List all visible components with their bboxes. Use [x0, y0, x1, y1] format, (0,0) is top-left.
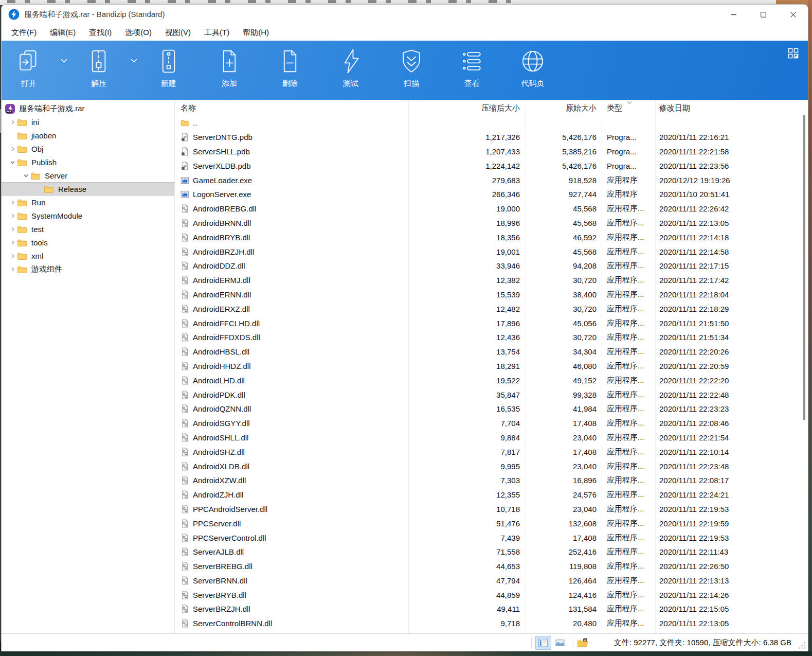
chevron-right-icon[interactable] [8, 146, 17, 152]
file-row[interactable]: ServerXLDB.pdb1,224,1425,426,176Progra..… [175, 158, 808, 173]
file-row[interactable]: AndroidBRZJH.dll19,00145,568应用程序...2020/… [175, 244, 808, 259]
column-header-modified-date[interactable]: 修改日期 [655, 103, 808, 113]
chevron-right-icon[interactable] [8, 200, 17, 205]
file-row[interactable]: LogonServer.exe266,346927,744应用程序2020/11… [175, 187, 808, 202]
file-row[interactable]: ServerBRNN.dll47,794126,464应用程序...2020/1… [175, 574, 808, 588]
tree-item-run[interactable]: Run [2, 196, 174, 209]
menu-item[interactable]: 视图(V) [158, 26, 197, 40]
file-row[interactable]: AndroidERNN.dll15,53938,400应用程序...2020/1… [175, 288, 808, 302]
original-size-cell: 126,464 [526, 576, 602, 585]
file-row[interactable]: AndroidLHD.dll19,52249,152应用程序...2020/11… [175, 373, 808, 387]
file-row[interactable]: AndroidQZNN.dll16,53541,984应用程序...2020/1… [175, 402, 808, 416]
thumbnail-view-button[interactable] [552, 636, 568, 650]
original-size-cell: 45,568 [526, 204, 602, 213]
toolbar-button-codepage[interactable]: 代码页 [509, 47, 557, 88]
toolbar-button-delete[interactable]: 删除 [266, 47, 314, 88]
chevron-down-icon[interactable] [22, 173, 30, 179]
file-row[interactable]: AndroidFFDXDS.dll12,43630,720应用程序...2020… [175, 330, 808, 345]
file-row[interactable]: AndroidBRNN.dll18,99645,568应用程序...2020/1… [175, 216, 808, 231]
packed-size-cell: 7,704 [408, 419, 526, 428]
column-header-original-size[interactable]: 原始大小 [526, 103, 602, 113]
file-row[interactable]: AndroidHHDZ.dll18,29146,080应用程序...2020/1… [175, 359, 808, 374]
file-row[interactable]: AndroidSHZ.dll7,81717,408应用程序...2020/11/… [175, 445, 808, 459]
file-row[interactable]: ServerBREBG.dll44,653119,808应用程序...2020/… [175, 559, 808, 574]
tree-item-server[interactable]: Server [2, 169, 174, 182]
file-row[interactable]: ServerSHLL.pdb1,207,4335,385,216Progra..… [175, 145, 808, 159]
chevron-right-icon[interactable] [8, 119, 17, 125]
tree-item-xml[interactable]: xml [2, 249, 174, 262]
file-row[interactable]: AndroidSGYY.dll7,70417,408应用程序...2020/11… [175, 416, 808, 431]
tree-item-ini[interactable]: ini [2, 115, 174, 129]
close-button[interactable] [778, 5, 808, 24]
dll-file-icon [181, 204, 189, 213]
file-row[interactable]: AndroidDDZ.dll33,94694,208应用程序...2020/11… [175, 259, 808, 273]
tree-item-test[interactable]: test [2, 222, 174, 236]
resize-grip[interactable] [798, 642, 806, 649]
toolbar-button-open[interactable]: 打开 [5, 47, 53, 88]
file-row[interactable]: .. [175, 116, 808, 130]
file-row[interactable]: ServerBRYB.dll44,859124,416应用程序...2020/1… [175, 588, 808, 602]
folder-icon [17, 238, 30, 247]
tree-item-release[interactable]: Release [2, 182, 174, 196]
file-row[interactable]: ServerControlBRNN.dll9,71820,480应用程序...2… [175, 616, 808, 631]
toolbar-button-scan[interactable]: 扫描 [387, 47, 436, 88]
file-row[interactable]: ServerBRZJH.dll49,411131,584应用程序...2020/… [175, 602, 808, 616]
file-row[interactable]: PPCServer.dll51,476132,608应用程序...2020/11… [175, 516, 808, 530]
menu-item[interactable]: 帮助(H) [236, 26, 276, 40]
original-size-cell: 34,304 [526, 347, 602, 356]
file-row[interactable]: AndroidPDK.dll35,84799,328应用程序...2020/11… [175, 387, 808, 402]
dll-file-icon [181, 505, 189, 513]
file-row[interactable]: AndroidXLDB.dll9,99523,040应用程序...2020/11… [175, 459, 808, 473]
chevron-down-icon[interactable] [8, 159, 17, 165]
toolbar-button-add[interactable]: 添加 [205, 47, 254, 88]
tree-item-publish[interactable]: Publish [2, 155, 174, 169]
maximize-button[interactable] [748, 5, 778, 24]
file-row[interactable]: AndroidSHLL.dll9,88423,040应用程序...2020/11… [175, 431, 808, 445]
tree-item-tools[interactable]: tools [2, 236, 174, 249]
tree-item-systemmodule[interactable]: SystemModule [2, 209, 174, 222]
file-row[interactable]: PPCAndroidServer.dll10,71823,040应用程序...2… [175, 502, 808, 517]
vertical-scrollbar-thumb[interactable] [803, 115, 805, 420]
menu-item[interactable]: 查找(I) [82, 26, 118, 40]
minimize-button[interactable] [718, 5, 748, 24]
file-row[interactable]: AndroidERXZ.dll12,48230,720应用程序...2020/1… [175, 302, 808, 316]
menu-item[interactable]: 编辑(E) [43, 26, 82, 40]
chevron-down-icon[interactable] [61, 59, 67, 63]
chevron-right-icon[interactable] [8, 240, 17, 245]
column-header-name[interactable]: 名称 [175, 103, 408, 113]
toolbar-button-extract[interactable]: 解压 [75, 47, 123, 88]
tree-item-jiaoben[interactable]: jiaoben [2, 129, 174, 142]
toolbar-button-view[interactable]: 查看 [448, 47, 496, 88]
chevron-right-icon[interactable] [8, 226, 17, 232]
file-name: AndroidERMJ.dll [193, 276, 250, 285]
chevron-right-icon[interactable] [8, 213, 17, 219]
file-row[interactable]: ServerDNTG.pdb1,217,3265,426,176Progra..… [175, 130, 808, 145]
file-row[interactable]: AndroidFFCLHD.dll17,89645,056应用程序...2020… [175, 316, 808, 330]
tree-item-obj[interactable]: Obj [2, 142, 174, 155]
file-type-cell: 应用程序... [602, 475, 655, 485]
tree-item-服务端和子游戏.rar[interactable]: RAR服务端和子游戏.rar [2, 102, 174, 115]
file-type-cell: 应用程序 [602, 189, 655, 199]
file-row[interactable]: AndroidBREBG.dll19,00045,568应用程序...2020/… [175, 202, 808, 216]
toolbar-button-test[interactable]: 测试 [327, 47, 375, 88]
panel-layout-toggle-icon[interactable] [787, 47, 799, 59]
file-row[interactable]: AndroidBRYB.dll18,35646,592应用程序...2020/1… [175, 230, 808, 244]
chevron-right-icon[interactable] [8, 253, 17, 259]
chevron-right-icon[interactable] [8, 267, 17, 272]
file-rows: ..ServerDNTG.pdb1,217,3265,426,176Progra… [175, 116, 808, 631]
menu-item[interactable]: 工具(T) [197, 26, 236, 40]
file-row[interactable]: PPCServerControl.dll7,43917,408应用程序...20… [175, 530, 808, 545]
column-header-packed-size[interactable]: 压缩后大小 [408, 103, 526, 113]
file-row[interactable]: GameLoader.exe279,683918,528应用程序2020/12/… [175, 173, 808, 187]
file-row[interactable]: AndroidXZW.dll7,30316,896应用程序...2020/11/… [175, 473, 808, 488]
menu-item[interactable]: 文件(F) [5, 26, 43, 40]
chevron-down-icon[interactable] [131, 59, 137, 63]
menu-item[interactable]: 选项(O) [118, 26, 158, 40]
file-row[interactable]: AndroidERMJ.dll12,38230,720应用程序...2020/1… [175, 273, 808, 288]
file-row[interactable]: AndroidHBSL.dll13,75434,304应用程序...2020/1… [175, 345, 808, 359]
details-view-button[interactable] [535, 636, 551, 650]
tree-item-游戏组件[interactable]: 游戏组件 [2, 262, 174, 276]
file-row[interactable]: AndroidZJH.dll12,35524,576应用程序...2020/11… [175, 488, 808, 502]
file-row[interactable]: ServerAJLB.dll71,558252,416应用程序...2020/1… [175, 545, 808, 559]
toolbar-button-new[interactable]: 新建 [145, 47, 193, 88]
